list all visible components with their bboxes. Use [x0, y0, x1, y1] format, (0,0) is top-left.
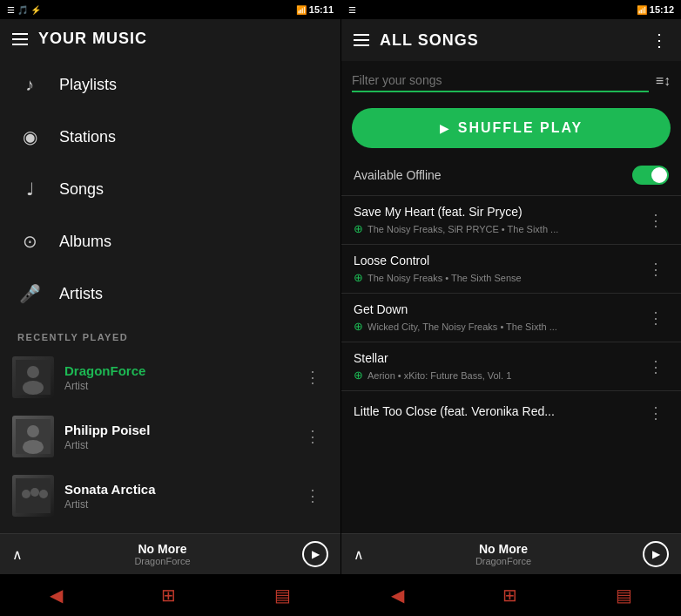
wifi-icon: 📶 — [296, 5, 307, 15]
right-status-bar: ☰ 📶 15:12 — [341, 0, 681, 19]
filter-sort-icon[interactable]: ≡↕ — [656, 73, 671, 89]
song-info-3: Stellar ⊕ Aerion • xKito: Future Bass, V… — [354, 351, 643, 382]
dragonforce-thumbnail — [12, 356, 54, 398]
sonata-type: Artist — [64, 498, 287, 511]
recent-item-dragonforce[interactable]: DragonForce Artist ⋮ — [0, 348, 340, 407]
song-title-2: Get Down — [354, 302, 643, 316]
song-more-button-1[interactable]: ⋮ — [643, 256, 669, 282]
player-expand-icon[interactable]: ∧ — [12, 546, 23, 563]
song-item-3[interactable]: Stellar ⊕ Aerion • xKito: Future Bass, V… — [341, 342, 681, 390]
albums-icon: ⊙ — [17, 229, 42, 254]
song-meta-text-2: Wicked City, The Noisy Freaks • The Sixt… — [367, 322, 557, 332]
home-icon-left[interactable]: ⊞ — [161, 585, 176, 606]
song-meta-text-0: The Noisy Freaks, SiR PRYCE • The Sixth … — [367, 224, 558, 234]
recents-icon-right[interactable]: ▤ — [616, 585, 632, 606]
song-info-4: Little Too Close (feat. Veronika Red... — [354, 404, 643, 422]
status-time-right: 15:12 — [650, 4, 674, 15]
player-artist-right: DragonForce — [373, 556, 634, 566]
song-meta-1: ⊕ The Noisy Freaks • The Sixth Sense — [354, 271, 643, 284]
player-artist-left: DragonForce — [31, 556, 293, 566]
playlists-label: Playlists — [59, 76, 117, 94]
home-icon-right[interactable]: ⊞ — [502, 585, 517, 606]
right-status-left: ☰ — [348, 5, 356, 15]
recent-item-philipp[interactable]: Philipp Poisel Artist ⋮ — [0, 407, 340, 466]
offline-toggle[interactable] — [632, 166, 669, 185]
play-triangle-icon: ▶ — [440, 121, 449, 135]
sidebar-item-albums[interactable]: ⊙ Albums — [0, 215, 340, 267]
right-player-expand-icon[interactable]: ∧ — [354, 546, 364, 563]
right-options-button[interactable]: ⋮ — [651, 30, 669, 51]
toggle-knob — [651, 167, 667, 183]
sonata-more-button[interactable]: ⋮ — [298, 483, 328, 509]
back-icon-left[interactable]: ◀ — [50, 585, 63, 606]
song-more-button-0[interactable]: ⋮ — [643, 207, 669, 234]
svg-point-8 — [30, 488, 39, 497]
song-item-1[interactable]: Loose Control ⊕ The Noisy Freaks • The S… — [341, 244, 681, 293]
download-icon-3: ⊕ — [354, 369, 363, 382]
right-page-title: ALL SONGS — [380, 31, 640, 50]
left-panel: ☰ 🎵 ⚡ 📶 15:11 YOUR MUSIC ♪ Playlists ◉ S… — [0, 0, 340, 616]
songs-icon: ♩ — [17, 177, 42, 201]
right-hamburger-icon[interactable] — [354, 34, 369, 46]
svg-point-4 — [27, 425, 39, 437]
song-item-0[interactable]: Save My Heart (feat. Sir Pryce) ⊕ The No… — [341, 195, 681, 244]
stations-label: Stations — [59, 128, 116, 146]
dragonforce-type: Artist — [64, 380, 287, 392]
player-track-left: No More — [31, 542, 293, 556]
song-info-0: Save My Heart (feat. Sir Pryce) ⊕ The No… — [354, 205, 643, 235]
sidebar-item-artists[interactable]: 🎤 Artists — [0, 267, 340, 320]
svg-point-2 — [23, 381, 44, 395]
dragonforce-info: DragonForce Artist — [64, 363, 287, 392]
usb-icon: ⚡ — [30, 5, 41, 15]
song-more-button-4[interactable]: ⋮ — [643, 400, 669, 426]
svg-point-7 — [22, 490, 30, 498]
song-item-4[interactable]: Little Too Close (feat. Veronika Red... … — [341, 390, 681, 435]
player-play-button-left[interactable]: ▶ — [302, 541, 328, 567]
song-meta-text-3: Aerion • xKito: Future Bass, Vol. 1 — [367, 370, 511, 381]
song-info-2: Get Down ⊕ Wicked City, The Noisy Freaks… — [354, 302, 643, 333]
status-right-info: 📶 15:11 — [296, 4, 334, 15]
sidebar-item-stations[interactable]: ◉ Stations — [0, 111, 340, 163]
search-input[interactable] — [352, 70, 649, 92]
sidebar-item-songs[interactable]: ♩ Songs — [0, 163, 340, 215]
player-info-left: No More DragonForce — [31, 542, 293, 566]
sonata-info: Sonata Arctica Artist — [64, 482, 287, 511]
svg-point-9 — [39, 490, 48, 498]
dragonforce-name: DragonForce — [64, 363, 287, 378]
recent-item-sonata[interactable]: Sonata Arctica Artist ⋮ — [0, 466, 340, 525]
stations-icon: ◉ — [17, 125, 42, 149]
sidebar-item-playlists[interactable]: ♪ Playlists — [0, 58, 340, 111]
artists-label: Artists — [59, 285, 103, 303]
filter-bar: ≡↕ — [341, 61, 681, 101]
shuffle-play-label: SHUFFLE PLAY — [458, 120, 583, 136]
left-header: YOUR MUSIC — [0, 19, 340, 58]
song-more-button-3[interactable]: ⋮ — [643, 354, 669, 380]
shuffle-play-button[interactable]: ▶ SHUFFLE PLAY — [352, 108, 671, 148]
sonata-thumbnail — [12, 475, 54, 517]
offline-label: Available Offline — [354, 168, 442, 182]
player-track-right: No More — [373, 542, 634, 556]
song-list: Save My Heart (feat. Sir Pryce) ⊕ The No… — [341, 195, 681, 533]
philipp-more-button[interactable]: ⋮ — [298, 423, 328, 450]
left-status-bar: ☰ 🎵 ⚡ 📶 15:11 — [0, 0, 340, 19]
song-item-2[interactable]: Get Down ⊕ Wicked City, The Noisy Freaks… — [341, 293, 681, 342]
recents-icon-left[interactable]: ▤ — [274, 585, 291, 606]
philipp-name: Philipp Poisel — [64, 423, 287, 437]
back-icon-right[interactable]: ◀ — [391, 585, 404, 606]
song-meta-2: ⊕ Wicked City, The Noisy Freaks • The Si… — [354, 320, 643, 333]
svg-point-5 — [23, 440, 44, 454]
status-left-icons: ☰ 🎵 ⚡ — [7, 5, 41, 15]
dragonforce-more-button[interactable]: ⋮ — [298, 364, 328, 390]
song-more-button-2[interactable]: ⋮ — [643, 305, 669, 331]
download-icon-0: ⊕ — [354, 222, 363, 235]
sonata-name: Sonata Arctica — [64, 482, 287, 497]
nav-list: ♪ Playlists ◉ Stations ♩ Songs ⊙ Albums … — [0, 58, 340, 533]
player-play-button-right[interactable]: ▶ — [643, 541, 669, 567]
right-header: ALL SONGS ⋮ — [341, 19, 681, 61]
song-meta-text-1: The Noisy Freaks • The Sixth Sense — [367, 273, 522, 283]
song-title-0: Save My Heart (feat. Sir Pryce) — [354, 205, 643, 219]
right-status-right: 📶 15:12 — [637, 4, 674, 15]
left-page-title: YOUR MUSIC — [38, 30, 328, 48]
offline-toggle-row: Available Offline — [341, 155, 681, 195]
hamburger-icon[interactable] — [12, 33, 28, 45]
